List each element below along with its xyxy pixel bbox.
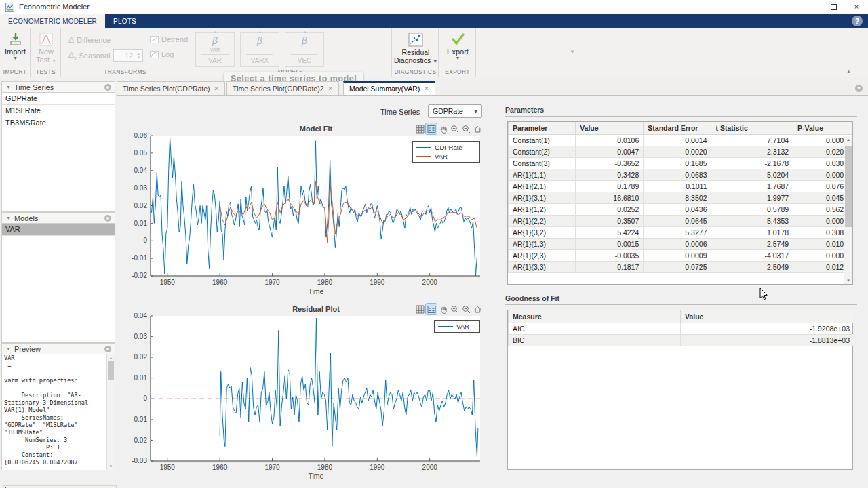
table-row[interactable]: AR{1}(1,3)0.00150.00062.57490.0100	[509, 239, 852, 250]
tab-time-series-plot-gdprate2[interactable]: Time Series Plot(GDPRate)2 ✕	[226, 81, 339, 95]
scroll-up-icon[interactable]: ▲	[844, 138, 852, 142]
table-cell[interactable]: Constant(2)	[509, 146, 576, 158]
panel-actions-icon[interactable]	[104, 84, 111, 91]
list-item-m1slrate[interactable]: M1SLRate	[2, 105, 115, 117]
vec-model-button[interactable]: βˆ VEC	[285, 32, 324, 67]
table-cell[interactable]: 0.0020	[644, 146, 711, 158]
column-header[interactable]: Value	[576, 122, 644, 135]
table-cell[interactable]: 5.0204	[711, 169, 793, 181]
scroll-up-icon[interactable]: ▲	[107, 356, 115, 360]
table-row[interactable]: Constant(3)-0.36520.1685-2.16780.0302	[509, 158, 852, 169]
table-cell[interactable]: 1.7687	[711, 181, 793, 192]
tab-econometric-modeler[interactable]: ECONOMETRIC MODELER	[0, 14, 105, 28]
column-header[interactable]: Value	[681, 310, 854, 323]
collapse-ribbon-icon[interactable]: ▲	[846, 68, 852, 74]
export-button[interactable]: Export ▼	[439, 33, 476, 60]
close-tab-icon[interactable]: ✕	[328, 85, 334, 92]
table-row[interactable]: AR{1}(1,1)0.34280.06835.02040.0000	[509, 169, 852, 181]
tab-plots[interactable]: PLOTS	[105, 14, 144, 28]
table-cell[interactable]: 16.6810	[576, 192, 644, 204]
table-cell[interactable]: -2.1678	[711, 158, 793, 169]
panel-actions-icon[interactable]	[104, 346, 111, 352]
var-model-button[interactable]: βˆ VAR VAR	[195, 32, 235, 67]
panel-actions-icon[interactable]	[104, 215, 111, 222]
parameters-table-scrollbar[interactable]: ▲ ▼	[844, 136, 852, 284]
table-cell[interactable]: AR{1}(1,3)	[509, 239, 576, 250]
table-cell[interactable]: 0.1789	[576, 181, 644, 192]
table-cell[interactable]: 0.1011	[644, 181, 711, 192]
time-series-panel-header[interactable]: ▼ Time Series	[1, 81, 115, 93]
table-row[interactable]: AIC-1.9208e+03	[509, 323, 854, 335]
table-cell[interactable]: -4.0317	[711, 250, 793, 262]
minimize-button[interactable]	[799, 0, 822, 14]
table-cell[interactable]: BIC	[509, 335, 681, 346]
table-cell[interactable]: 5.3277	[644, 227, 711, 239]
preview-scrollbar[interactable]: ▲ ▼	[106, 354, 115, 470]
column-header[interactable]: Parameter	[509, 122, 576, 135]
detrend-button[interactable]: Detrend	[150, 35, 188, 43]
table-cell[interactable]: 0.1685	[644, 158, 711, 169]
table-cell[interactable]: AR{1}(2,2)	[509, 216, 576, 227]
table-cell[interactable]: 5.4224	[576, 227, 644, 239]
table-cell[interactable]: AR{1}(3,3)	[509, 262, 576, 273]
close-tab-icon[interactable]: ✕	[214, 85, 220, 92]
tab-time-series-plot-gdprate[interactable]: Time Series Plot(GDPRate) ✕	[117, 81, 225, 95]
table-row[interactable]: AR{1}(3,1)16.68108.35021.99770.0458	[509, 192, 852, 204]
table-row[interactable]: AR{1}(3,3)-0.18170.0725-2.50490.0122	[509, 262, 852, 273]
table-cell[interactable]: 0.0725	[644, 262, 711, 273]
scroll-down-icon[interactable]: ▼	[107, 464, 115, 468]
maximize-button[interactable]	[822, 0, 845, 14]
residual-chart[interactable]: -0.03-0.02-0.0100.010.020.030.0419501960…	[122, 313, 488, 479]
table-row[interactable]: AR{1}(2,2)0.35070.06455.43530.0000	[509, 216, 852, 227]
log-button[interactable]: Log	[150, 50, 174, 58]
table-cell[interactable]: AR{1}(2,1)	[509, 181, 576, 192]
new-test-button[interactable]: New Test ▼	[31, 33, 61, 64]
column-header[interactable]: P-Value	[793, 122, 852, 135]
models-gallery-dropdown[interactable]: ▼	[570, 49, 575, 55]
table-cell[interactable]: AR{1}(3,1)	[509, 192, 576, 204]
table-row[interactable]: AR{1}(3,2)5.42245.32771.01780.3088	[509, 227, 852, 239]
scrollbar-thumb[interactable]	[845, 146, 852, 227]
seasonal-button[interactable]: Δs Seasonal	[68, 50, 110, 60]
import-button[interactable]: Import ▼	[0, 33, 31, 60]
column-header[interactable]: Measure	[509, 310, 681, 323]
table-cell[interactable]: AR{1}(2,3)	[509, 250, 576, 262]
table-row[interactable]: AR{1}(2,1)0.17890.10111.76870.0769	[509, 181, 852, 192]
residual-diagnostics-button[interactable]: Residual Diagnostics ▼	[393, 33, 439, 64]
table-cell[interactable]: -1.8813e+03	[681, 335, 854, 346]
table-cell[interactable]: 0.0252	[576, 204, 644, 216]
table-cell[interactable]: AR{1}(1,1)	[509, 169, 576, 181]
table-cell[interactable]: 0.0436	[644, 204, 711, 216]
table-cell[interactable]: 0.3507	[576, 216, 644, 227]
table-cell[interactable]: -0.1817	[576, 262, 644, 273]
seasonal-period-spinner[interactable]: 12 ▲▼	[113, 49, 143, 62]
table-row[interactable]: BIC-1.8813e+03	[509, 335, 854, 346]
table-cell[interactable]: -2.5049	[711, 262, 793, 273]
table-cell[interactable]: 7.7104	[711, 135, 793, 146]
tab-options-icon[interactable]: ▼	[855, 85, 863, 92]
models-panel-header[interactable]: ▼ Models	[1, 212, 115, 224]
table-cell[interactable]: 0.3428	[576, 169, 644, 181]
table-cell[interactable]: 0.0047	[576, 146, 644, 158]
table-cell[interactable]: 8.3502	[644, 192, 711, 204]
table-cell[interactable]: 2.3132	[711, 146, 793, 158]
column-header[interactable]: t Statistic	[711, 122, 793, 135]
table-cell[interactable]: -0.0035	[576, 250, 644, 262]
table-cell[interactable]: AR{1}(3,2)	[509, 227, 576, 239]
residual-legend[interactable]: VAR	[434, 320, 480, 333]
sidebar-collapse-bar[interactable]: ◀	[3, 485, 117, 488]
table-cell[interactable]: 1.9977	[711, 192, 793, 204]
table-row[interactable]: Constant(2)0.00470.00202.31320.0207	[509, 146, 852, 158]
list-item-tb3msrate[interactable]: TB3MSRate	[2, 117, 115, 129]
difference-button[interactable]: Δ Difference	[68, 35, 111, 45]
table-cell[interactable]: 0.0015	[576, 239, 644, 250]
table-cell[interactable]: 0.5789	[711, 204, 793, 216]
table-cell[interactable]: AIC	[509, 323, 681, 335]
scroll-down-icon[interactable]: ▼	[844, 279, 852, 283]
scrollbar-thumb[interactable]	[108, 361, 114, 380]
help-icon[interactable]: ?	[852, 16, 863, 26]
tab-model-summary-var[interactable]: Model Summary(VAR) ✕	[343, 81, 435, 95]
table-cell[interactable]: 0.0683	[644, 169, 711, 181]
table-cell[interactable]: 0.0014	[644, 135, 711, 146]
preview-panel-header[interactable]: ▼ Preview	[1, 343, 115, 354]
